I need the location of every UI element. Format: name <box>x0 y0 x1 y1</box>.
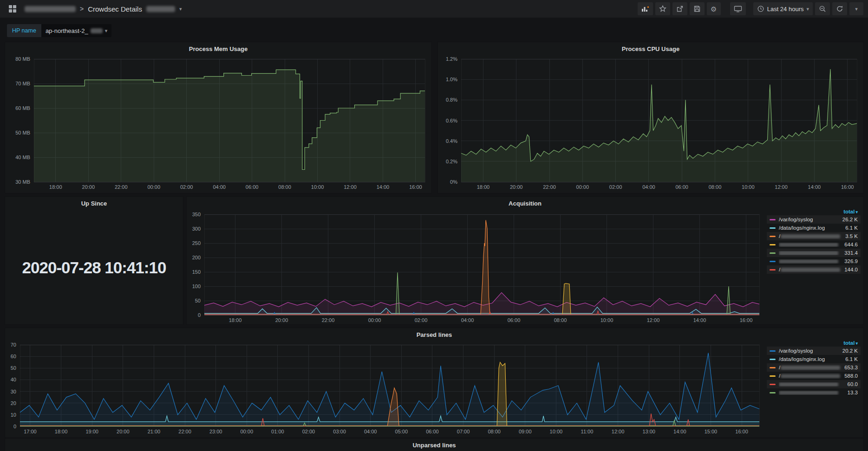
legend-row[interactable]: /144.0 <box>767 265 861 274</box>
dashboard-caret-down-icon[interactable]: ▾ <box>179 6 182 12</box>
series-label[interactable]: /data/logs/nginx.log <box>779 356 845 362</box>
panel-title[interactable]: Parsed lines <box>5 328 863 340</box>
svg-text:350: 350 <box>192 212 201 217</box>
svg-text:10:00: 10:00 <box>600 317 613 323</box>
series-label[interactable]: /var/log/syslog <box>779 348 842 354</box>
zoom-out-time-button[interactable] <box>815 2 830 15</box>
panel-title[interactable]: Process Mem Usage <box>5 42 431 54</box>
dashboard-settings-button[interactable]: ⚙ <box>707 2 721 15</box>
legend-row[interactable]: /var/log/syslog26.2 K <box>767 215 861 224</box>
series-color-dash-icon <box>770 392 776 393</box>
star-dashboard-button[interactable] <box>655 2 670 15</box>
svg-text:17:00: 17:00 <box>24 429 37 434</box>
series-label[interactable]: / <box>779 267 844 272</box>
panel-up-since: Up Since 2020-07-28 10:41:10 <box>5 196 183 325</box>
redacted-series-label <box>779 391 838 395</box>
panel-title[interactable]: Process CPU Usage <box>438 42 863 54</box>
time-range-picker[interactable]: Last 24 hours ▾ <box>753 2 813 15</box>
svg-text:50: 50 <box>11 365 16 371</box>
series-label[interactable] <box>779 243 844 247</box>
cycle-view-mode-button[interactable] <box>730 2 746 15</box>
apps-grid-button[interactable] <box>5 2 20 15</box>
series-label[interactable] <box>779 382 848 387</box>
svg-text:50 MB: 50 MB <box>15 130 30 135</box>
legend-row[interactable]: /data/logs/nginx.log6.1 K <box>767 224 861 232</box>
variable-value-dropdown[interactable]: ap-northeast-2_ ▾ <box>41 24 111 37</box>
series-label[interactable] <box>779 391 848 395</box>
dashboard-title[interactable]: Crowdsec Details <box>88 5 142 13</box>
svg-text:1.2%: 1.2% <box>446 56 457 62</box>
legend-row[interactable]: 60.0 <box>767 380 861 388</box>
legend-sort-total[interactable]: total▾ <box>767 339 861 347</box>
legend-row[interactable]: /3.5 K <box>767 232 861 240</box>
refresh-dashboard-button[interactable] <box>832 2 847 15</box>
legend-row[interactable]: /653.3 <box>767 363 861 372</box>
svg-text:04:00: 04:00 <box>213 184 226 190</box>
legend-row[interactable]: 644.6 <box>767 240 861 249</box>
add-panel-button[interactable] <box>638 2 653 15</box>
svg-text:18:00: 18:00 <box>477 184 490 190</box>
svg-text:06:00: 06:00 <box>246 184 259 190</box>
series-color-dash-icon <box>770 367 776 368</box>
refresh-interval-dropdown[interactable]: ▾ <box>849 2 863 15</box>
svg-text:0.6%: 0.6% <box>446 118 457 123</box>
svg-text:02:00: 02:00 <box>415 317 428 323</box>
svg-text:04:00: 04:00 <box>642 184 655 190</box>
svg-text:19:00: 19:00 <box>85 429 98 434</box>
redacted-series-label <box>779 259 838 264</box>
redacted-series-label <box>781 374 840 378</box>
breadcrumb-folder-redacted[interactable] <box>25 6 76 12</box>
series-label[interactable] <box>779 259 844 264</box>
time-range-caret-icon: ▾ <box>806 6 809 12</box>
svg-text:16:00: 16:00 <box>409 184 422 190</box>
svg-text:12:00: 12:00 <box>344 184 357 190</box>
legend-row[interactable]: 331.4 <box>767 249 861 257</box>
apps-grid-icon <box>8 5 17 13</box>
legend-row[interactable]: /var/log/syslog20.2 K <box>767 347 861 355</box>
save-dashboard-button[interactable] <box>690 2 705 15</box>
share-dashboard-button[interactable] <box>672 2 687 15</box>
series-total-value: 653.3 <box>844 365 858 370</box>
series-label[interactable]: /var/log/syslog <box>779 217 842 222</box>
svg-text:00:00: 00:00 <box>147 184 160 190</box>
svg-text:06:00: 06:00 <box>426 429 439 434</box>
clock-icon <box>757 5 764 13</box>
panel-title[interactable]: Acquisition <box>187 197 863 209</box>
svg-text:60: 60 <box>11 354 16 359</box>
svg-text:14:00: 14:00 <box>693 317 706 323</box>
series-label[interactable]: / <box>779 373 844 379</box>
series-label[interactable]: / <box>779 233 845 239</box>
series-total-value: 588.0 <box>844 373 858 379</box>
legend-row[interactable]: 326.9 <box>767 257 861 265</box>
svg-text:18:00: 18:00 <box>229 317 242 323</box>
variable-value-redacted <box>91 28 103 33</box>
svg-text:15:00: 15:00 <box>705 429 718 434</box>
svg-text:80 MB: 80 MB <box>15 56 30 62</box>
legend-sort-total[interactable]: total▾ <box>767 208 861 215</box>
panel-title[interactable]: Unparsed lines <box>5 438 863 451</box>
series-label[interactable] <box>779 251 844 255</box>
parsed-lines-legend: total▾/var/log/syslog20.2 K/data/logs/ng… <box>767 339 861 397</box>
series-label[interactable]: /data/logs/nginx.log <box>779 225 845 231</box>
svg-text:150: 150 <box>192 269 201 275</box>
series-color-dash-icon <box>770 236 776 237</box>
svg-text:1.0%: 1.0% <box>446 77 457 82</box>
breadcrumb-separator: > <box>80 5 84 13</box>
series-label[interactable]: / <box>779 365 844 370</box>
svg-text:04:00: 04:00 <box>461 317 474 323</box>
legend-row[interactable]: /588.0 <box>767 372 861 380</box>
legend-row[interactable]: 13.3 <box>767 388 861 397</box>
series-color-dash-icon <box>770 350 776 352</box>
svg-text:0%: 0% <box>450 179 457 185</box>
parsed-lines-graph[interactable]: 01020304050607017:0018:0019:0020:0021:00… <box>6 340 763 436</box>
series-color-dash-icon <box>770 244 776 245</box>
acquisition-graph[interactable]: 05010015020025030035018:0020:0022:0000:0… <box>188 210 763 324</box>
save-icon <box>693 5 701 13</box>
mem-usage-graph[interactable]: 30 MB40 MB50 MB60 MB70 MB80 MB18:0020:00… <box>7 54 429 191</box>
cpu-usage-graph[interactable]: 0%0.2%0.4%0.6%0.8%1.0%1.2%18:0020:0022:0… <box>440 54 861 191</box>
series-color-dash-icon <box>770 384 776 385</box>
svg-text:0.4%: 0.4% <box>446 138 457 144</box>
panel-title[interactable]: Up Since <box>5 197 183 209</box>
template-variables-row: HP name ap-northeast-2_ ▾ <box>7 24 111 37</box>
legend-row[interactable]: /data/logs/nginx.log6.1 K <box>767 355 861 363</box>
